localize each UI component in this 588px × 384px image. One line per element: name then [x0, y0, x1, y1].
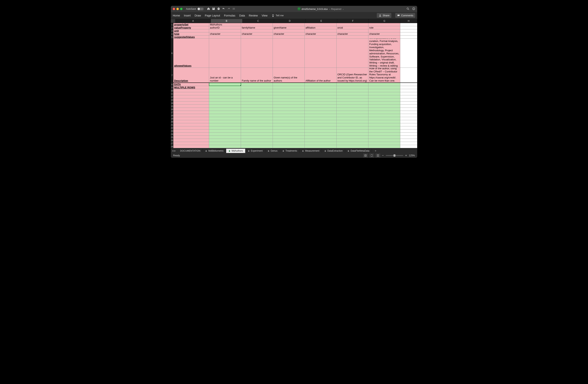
row-header[interactable]: 12	[171, 95, 173, 98]
cell[interactable]	[368, 36, 400, 38]
ribbon-tab-insert[interactable]: Insert	[184, 14, 191, 17]
cell[interactable]: character	[209, 32, 241, 35]
ribbon-tab-draw[interactable]: Draw	[194, 14, 201, 17]
cell[interactable]: ORCID (Open Researcher and Contributor I…	[336, 68, 368, 82]
cells-area[interactable]: propertySetMdAuthorsvaluePropertyauthorI…	[173, 23, 417, 148]
cell[interactable]	[209, 83, 241, 86]
zoom-slider[interactable]	[386, 155, 403, 156]
cell[interactable]	[336, 83, 368, 86]
cell[interactable]	[273, 105, 305, 108]
cell[interactable]	[305, 98, 336, 101]
cell[interactable]	[368, 83, 400, 86]
cell[interactable]: Conceptualization, Data curation, Formal…	[368, 39, 400, 68]
maximize-window-button[interactable]	[180, 8, 183, 10]
cell[interactable]	[305, 29, 336, 32]
cell[interactable]	[400, 105, 417, 108]
cell[interactable]	[273, 111, 305, 114]
cell[interactable]	[305, 105, 336, 108]
cell[interactable]	[273, 23, 305, 26]
cell[interactable]	[209, 95, 241, 98]
cell[interactable]: affiliation	[305, 26, 336, 29]
cell[interactable]	[368, 29, 400, 32]
cell[interactable]	[400, 39, 417, 68]
cell[interactable]: DATA	[173, 83, 209, 86]
cell[interactable]: allowedValues	[173, 39, 209, 68]
cell[interactable]	[336, 86, 368, 89]
sheet-tab[interactable]: Treatments	[280, 149, 300, 153]
cell[interactable]	[209, 120, 241, 123]
row-header[interactable]: 22	[171, 126, 173, 130]
close-window-button[interactable]	[173, 8, 175, 10]
cell[interactable]	[400, 114, 417, 117]
cell[interactable]	[241, 92, 273, 95]
cell[interactable]	[400, 92, 417, 95]
cell[interactable]	[336, 142, 368, 145]
cell[interactable]	[368, 126, 400, 129]
cell[interactable]	[400, 89, 417, 92]
cell[interactable]	[400, 126, 417, 129]
row-header[interactable]: 27	[171, 142, 173, 145]
row-header[interactable]: 24	[171, 133, 173, 136]
cell[interactable]	[305, 101, 336, 104]
save-icon[interactable]	[212, 7, 215, 11]
row-header[interactable]: 14	[171, 101, 173, 105]
column-header-g[interactable]: G	[369, 19, 400, 23]
column-header-e[interactable]: E	[305, 19, 337, 23]
add-sheet-button[interactable]: +	[372, 149, 379, 153]
sheet-nav-prev-icon[interactable]: ◀	[172, 150, 173, 152]
cell[interactable]	[173, 92, 209, 95]
comments-button[interactable]: Comments	[395, 13, 415, 18]
cell[interactable]	[336, 23, 368, 26]
cell[interactable]	[336, 120, 368, 123]
cell[interactable]	[305, 126, 336, 129]
cell[interactable]	[273, 92, 305, 95]
zoom-out-button[interactable]: −	[382, 154, 384, 157]
cell[interactable]	[273, 108, 305, 111]
cell[interactable]	[400, 120, 417, 123]
cell[interactable]	[173, 130, 209, 132]
cell[interactable]	[305, 108, 336, 111]
cell[interactable]	[241, 98, 273, 101]
cell[interactable]	[209, 101, 241, 104]
cell[interactable]	[273, 86, 305, 89]
row-header[interactable]: 1	[171, 23, 173, 26]
cell[interactable]	[273, 133, 305, 135]
ribbon-tab-page-layout[interactable]: Page Layout	[205, 14, 220, 17]
cell[interactable]	[368, 123, 400, 126]
sheet-tab[interactable]: Measurement	[300, 149, 322, 153]
cell[interactable]	[368, 95, 400, 98]
cell[interactable]	[305, 133, 336, 135]
sheet-tab[interactable]: DataFileMetaData	[345, 149, 372, 153]
row-header[interactable]: 10	[171, 89, 173, 92]
cell[interactable]	[305, 123, 336, 126]
cell[interactable]: valueProperty	[173, 26, 209, 29]
cell[interactable]	[336, 114, 368, 117]
cell[interactable]	[209, 133, 241, 135]
cell[interactable]	[305, 117, 336, 120]
row-header[interactable]: 19	[171, 117, 173, 120]
cell[interactable]	[241, 126, 273, 129]
cell[interactable]: MdAuthors	[209, 23, 241, 26]
cell[interactable]	[336, 101, 368, 104]
cell[interactable]	[400, 130, 417, 132]
cell[interactable]	[400, 98, 417, 101]
row-header[interactable]: 7	[171, 68, 173, 83]
cell[interactable]	[173, 123, 209, 126]
cell[interactable]	[305, 92, 336, 95]
cell[interactable]	[336, 111, 368, 114]
normal-view-button[interactable]	[363, 154, 368, 157]
row-header[interactable]: 20	[171, 120, 173, 123]
cell[interactable]	[305, 130, 336, 132]
cell[interactable]	[336, 39, 368, 68]
row-header[interactable]: 16	[171, 108, 173, 111]
cell[interactable]: role	[368, 26, 400, 29]
cell[interactable]	[400, 26, 417, 29]
cell[interactable]	[209, 89, 241, 92]
cell[interactable]	[273, 114, 305, 117]
cell[interactable]	[273, 145, 305, 148]
cell[interactable]	[336, 92, 368, 95]
ribbon-tab-view[interactable]: View	[262, 14, 268, 17]
cell[interactable]: Affiliation of the author	[305, 68, 336, 82]
cell[interactable]	[305, 89, 336, 92]
cell[interactable]	[305, 114, 336, 117]
